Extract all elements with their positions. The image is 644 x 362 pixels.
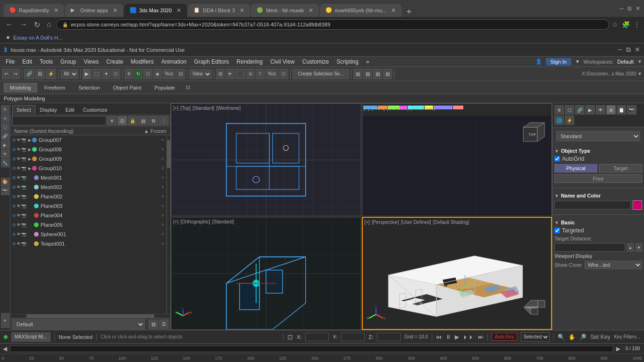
playback-play[interactable]: ▶ bbox=[455, 334, 459, 340]
percent2-btn[interactable]: %⊙ bbox=[266, 69, 278, 79]
nav-cube-persp[interactable]: FRONT bbox=[514, 291, 547, 325]
minimize-icon[interactable]: ─ bbox=[619, 5, 624, 12]
playback-next[interactable]: ⏵⏵ bbox=[463, 334, 474, 340]
layer-icon-2[interactable]: ☰ bbox=[159, 320, 168, 329]
layers2-btn[interactable]: ▤ bbox=[363, 69, 372, 79]
vp-shading-front[interactable]: [Standard] bbox=[387, 106, 409, 111]
menu-civil-view[interactable]: Civil View bbox=[267, 58, 299, 66]
menu-more[interactable]: » bbox=[362, 58, 373, 66]
lock-icon[interactable]: 🔒 bbox=[128, 116, 137, 125]
vp-plus-persp[interactable]: [+] bbox=[365, 220, 370, 225]
playback-end[interactable]: ⏭ bbox=[478, 334, 484, 340]
side-icon-util[interactable]: 🔧 bbox=[1, 159, 9, 167]
viewport-front[interactable]: [+] [Front] [Standard] [Wireframe] bbox=[362, 103, 552, 216]
snap3d-button[interactable]: ⊟ bbox=[216, 69, 225, 79]
tab-3dsmax[interactable]: 🟦 3ds Max 2020 ✕ bbox=[124, 4, 187, 17]
forward-button[interactable]: → bbox=[18, 19, 29, 30]
timeline-prev-btn[interactable]: ◀ bbox=[2, 346, 8, 352]
target-distance-down[interactable]: ▼ bbox=[636, 243, 642, 252]
menu-views[interactable]: Views bbox=[80, 58, 102, 66]
rp-tab-hierarchy[interactable]: 🔗 bbox=[575, 105, 585, 115]
menu-customize[interactable]: Customize bbox=[299, 58, 333, 66]
rp-tab-modify[interactable]: ⬡ bbox=[565, 105, 574, 115]
undo-button[interactable]: ↩ bbox=[2, 69, 10, 79]
tab-close-5[interactable]: ✕ bbox=[309, 7, 313, 14]
tab-populate[interactable]: Populate bbox=[148, 83, 181, 92]
list-item[interactable]: ⊙ 👁 📷 Mesh002 ❄ bbox=[10, 182, 167, 192]
config-icon[interactable]: ⚙ bbox=[149, 116, 158, 125]
filter-select[interactable]: All bbox=[60, 69, 78, 79]
vp-userdefined[interactable]: [User Defined] bbox=[401, 220, 431, 225]
select-region-button[interactable]: ⬚ bbox=[92, 69, 101, 79]
tab-online-apps[interactable]: ▶ Online apps ✕ bbox=[65, 4, 123, 17]
axis-button[interactable]: ✛ bbox=[226, 69, 234, 79]
layers-icon[interactable]: ▤ bbox=[138, 116, 148, 125]
list-item[interactable]: ⊙ 👁 📷 Sphere001 ❄ bbox=[10, 230, 167, 239]
menu-group[interactable]: Group bbox=[57, 58, 80, 66]
bookmark-label[interactable]: Essay on A Doll's H... bbox=[13, 35, 62, 41]
menu-rendering[interactable]: Rendering bbox=[233, 58, 266, 66]
menu-file[interactable]: File bbox=[2, 58, 18, 66]
snap-button[interactable]: ⊡ bbox=[176, 69, 185, 79]
tab-meet[interactable]: 🟢 Meet - fdr-muwb ✕ bbox=[251, 4, 319, 17]
side-icon-motion[interactable]: ▶ bbox=[1, 141, 9, 149]
free-button[interactable]: Free bbox=[554, 174, 642, 183]
xyz-button[interactable]: 3⃣ bbox=[246, 69, 255, 79]
col-frozen[interactable]: ▲ Frozen bbox=[144, 128, 167, 134]
tab-close-1[interactable]: ✕ bbox=[54, 7, 59, 14]
tab-close-4[interactable]: ✕ bbox=[240, 7, 244, 14]
vp-name-persp[interactable]: [Perspective] bbox=[372, 220, 399, 225]
color-swatch[interactable] bbox=[633, 200, 642, 210]
rp-tab-cursor[interactable]: 🖱 bbox=[554, 105, 564, 115]
tab-euwh[interactable]: 🟡 euwh665yvb (fdr-mu... ✕ bbox=[320, 4, 401, 17]
list-item[interactable]: ⊙ 👁 📷 Plane004 ❄ bbox=[10, 211, 167, 220]
autokey-button[interactable]: Auto Key bbox=[492, 333, 518, 341]
tab-freeform[interactable]: Freeform bbox=[38, 83, 72, 92]
search-icon-btn[interactable]: 🔍 bbox=[558, 334, 565, 340]
menu-create[interactable]: Create bbox=[102, 58, 127, 66]
vp-name-front[interactable]: [Front] bbox=[371, 106, 385, 111]
workspaces-dropdown[interactable]: ▼ bbox=[637, 59, 642, 64]
list-item[interactable]: ⊙ 👁 📷 Plane005 ❄ bbox=[10, 220, 167, 230]
viewport-perspective[interactable]: [+] [Perspective] [User Defined] [Defaul… bbox=[362, 217, 552, 330]
playback-start[interactable]: ⏮ bbox=[436, 334, 442, 340]
layers3-btn[interactable]: ▤ bbox=[373, 69, 382, 79]
list-item[interactable]: ⊙ 👁 📷 ▶ Group008 ❄ bbox=[10, 145, 167, 154]
app-restore-icon[interactable]: ⧉ bbox=[626, 46, 631, 54]
clear-search-button[interactable]: ✕ bbox=[107, 116, 117, 125]
coord-button[interactable]: ⬛ bbox=[235, 69, 245, 79]
setkey-button[interactable]: Set Key bbox=[590, 334, 610, 340]
menu-edit[interactable]: Edit bbox=[18, 58, 36, 66]
tab-dda[interactable]: 📋 DDA I Block 3 ✕ bbox=[188, 4, 250, 17]
scene-scrollbar[interactable] bbox=[167, 135, 170, 314]
reload-button[interactable]: ↻ bbox=[32, 19, 42, 30]
autogrid-checkbox[interactable] bbox=[554, 156, 560, 162]
target-button[interactable]: Target bbox=[599, 164, 642, 173]
rp-tab-env[interactable]: 🌐 bbox=[554, 115, 564, 125]
timeline-slider[interactable] bbox=[10, 346, 613, 352]
side-icon-hierarchy[interactable]: 🔗 bbox=[1, 132, 9, 140]
restore-icon[interactable]: ⧉ bbox=[627, 5, 632, 12]
transform-icon-1[interactable]: ⊡ bbox=[287, 333, 293, 341]
rp-tab-anim[interactable]: 📋 bbox=[617, 105, 626, 115]
scale2-button[interactable]: ◈ bbox=[153, 69, 162, 79]
side-icon-cursor[interactable]: 🖱 bbox=[1, 105, 9, 114]
tab-object-paint[interactable]: Object Paint bbox=[107, 83, 148, 92]
object-type-header[interactable]: ▼ Object Type bbox=[554, 147, 642, 155]
show-cone-select[interactable]: Whe...ted bbox=[585, 261, 642, 269]
list-item[interactable]: ⊙ 👁 📷 Teapot001 ❄ bbox=[10, 239, 167, 248]
selected-dropdown[interactable]: Selected bbox=[521, 332, 550, 342]
menu-tools[interactable]: Tools bbox=[36, 58, 57, 66]
viewport-ortho[interactable]: [+] [Orthographic] [Standard] bbox=[171, 217, 361, 330]
tab-modeling[interactable]: Modeling bbox=[4, 83, 37, 92]
select-button[interactable]: ▶ bbox=[83, 69, 91, 79]
layer-icon-1[interactable]: ▤ bbox=[149, 320, 158, 329]
target-distance-input[interactable]: 183.313 bbox=[554, 243, 625, 252]
z-input[interactable] bbox=[377, 333, 401, 341]
home-button[interactable]: ⌂ bbox=[45, 19, 53, 30]
close-icon[interactable]: ✕ bbox=[636, 5, 640, 12]
bookmark-star-icon[interactable]: ☆ bbox=[612, 21, 618, 28]
layers-btn[interactable]: ▤ bbox=[353, 69, 362, 79]
rp-tab-util[interactable]: ⊕ bbox=[606, 105, 616, 115]
menu-animation[interactable]: Animation bbox=[158, 58, 190, 66]
